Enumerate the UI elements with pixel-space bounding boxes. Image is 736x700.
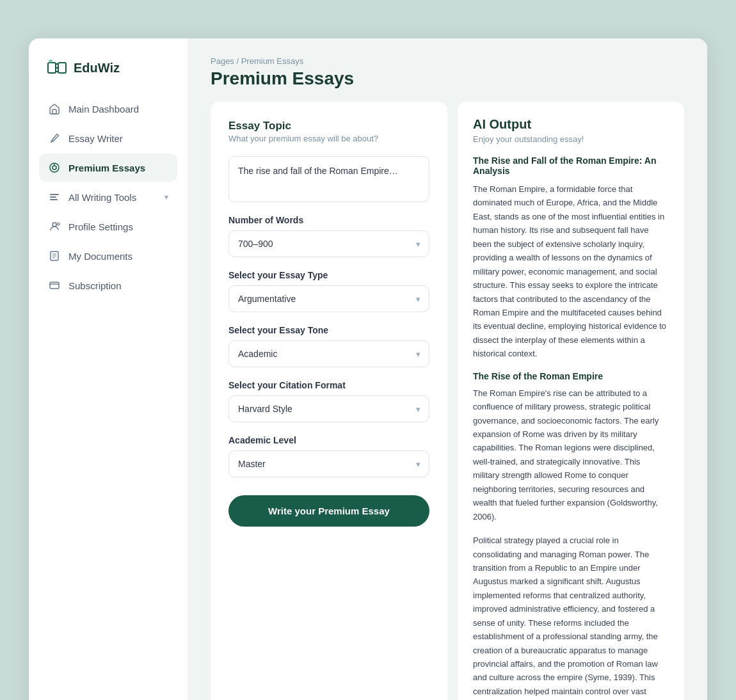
words-label: Number of Words bbox=[228, 215, 429, 225]
essay-type-select-wrapper: Argumentative Descriptive Narrative Expo… bbox=[228, 285, 429, 312]
content-area: Essay Topic What your premium essay will… bbox=[188, 102, 707, 700]
words-select-wrapper: 700–900 300–500 500–700 900–1200 1200+ ▾ bbox=[228, 230, 429, 257]
ai-section-title: The Rise of the Roman Empire bbox=[473, 371, 669, 381]
sidebar-item-my-documents[interactable]: My Documents bbox=[39, 242, 177, 270]
ai-essay-paragraph-2: The Roman Empire's rise can be attribute… bbox=[473, 386, 669, 523]
svg-rect-9 bbox=[50, 199, 58, 200]
svg-point-2 bbox=[49, 60, 52, 63]
sidebar-nav: Main Dashboard Essay Writer Premium Essa… bbox=[29, 95, 188, 700]
tone-label: Select your Essay Tone bbox=[228, 325, 429, 335]
svg-rect-8 bbox=[50, 196, 56, 198]
svg-point-5 bbox=[52, 166, 56, 170]
words-group: Number of Words 700–900 300–500 500–700 … bbox=[228, 215, 429, 257]
sidebar-item-main-dashboard[interactable]: Main Dashboard bbox=[39, 95, 177, 123]
card-icon bbox=[48, 279, 61, 292]
chevron-down-icon: ▾ bbox=[164, 193, 168, 202]
sidebar-item-label: Profile Settings bbox=[68, 221, 133, 232]
logo-icon bbox=[47, 59, 67, 77]
svg-rect-1 bbox=[58, 63, 66, 73]
sidebar-item-subscription[interactable]: Subscription bbox=[39, 271, 177, 299]
svg-rect-3 bbox=[52, 109, 56, 114]
essay-type-group: Select your Essay Type Argumentative Des… bbox=[228, 270, 429, 312]
home-icon bbox=[48, 102, 61, 115]
svg-rect-0 bbox=[48, 63, 56, 73]
tone-select[interactable]: Academic Casual Formal Creative bbox=[228, 340, 429, 367]
sidebar-item-label: My Documents bbox=[68, 251, 132, 262]
sidebar-logo: EduWiz bbox=[29, 38, 188, 95]
ai-output-subtitle: Enjoy your outstanding essay! bbox=[473, 134, 669, 144]
sidebar-item-label: Main Dashboard bbox=[68, 104, 139, 115]
ai-essay-paragraph-3: Political strategy played a crucial role… bbox=[473, 534, 669, 700]
citation-select-wrapper: Harvard Style APA MLA Chicago ▾ bbox=[228, 395, 429, 422]
sidebar: EduWiz Main Dashboard Essay Writer bbox=[29, 38, 188, 700]
citation-select[interactable]: Harvard Style APA MLA Chicago bbox=[228, 395, 429, 422]
level-select[interactable]: Master High School Undergraduate PhD bbox=[228, 450, 429, 477]
level-label: Academic Level bbox=[228, 435, 429, 445]
ai-output-panel: AI Output Enjoy your outstanding essay! … bbox=[458, 102, 684, 700]
header: Pages / Premium Essays Premium Essays bbox=[188, 38, 707, 102]
svg-rect-13 bbox=[50, 282, 59, 289]
topic-section-header: Essay Topic What your premium essay will… bbox=[228, 120, 429, 143]
tone-select-wrapper: Academic Casual Formal Creative ▾ bbox=[228, 340, 429, 367]
level-select-wrapper: Master High School Undergraduate PhD ▾ bbox=[228, 450, 429, 477]
tools-icon bbox=[48, 191, 61, 203]
level-group: Academic Level Master High School Underg… bbox=[228, 435, 429, 477]
documents-icon bbox=[48, 250, 61, 262]
sidebar-item-profile-settings[interactable]: Profile Settings bbox=[39, 212, 177, 241]
user-settings-icon bbox=[48, 220, 61, 233]
write-premium-essay-button[interactable]: Write your Premium Essay bbox=[228, 495, 429, 527]
page-title: Premium Essays bbox=[211, 68, 684, 89]
sidebar-item-label: Essay Writer bbox=[68, 133, 123, 144]
essay-topic-input[interactable] bbox=[228, 156, 429, 202]
svg-point-6 bbox=[54, 164, 55, 165]
sidebar-item-essay-writer[interactable]: Essay Writer bbox=[39, 124, 177, 152]
breadcrumb: Pages / Premium Essays bbox=[211, 56, 684, 66]
citation-label: Select your Citation Format bbox=[228, 380, 429, 390]
form-panel: Essay Topic What your premium essay will… bbox=[211, 102, 447, 700]
main-content: Pages / Premium Essays Premium Essays Es… bbox=[188, 38, 707, 700]
app-container: EduWiz Main Dashboard Essay Writer bbox=[29, 38, 707, 700]
svg-point-10 bbox=[52, 223, 56, 227]
citation-group: Select your Citation Format Harvard Styl… bbox=[228, 380, 429, 422]
essay-type-label: Select your Essay Type bbox=[228, 270, 429, 280]
sidebar-item-label: Subscription bbox=[68, 280, 122, 291]
edit-icon bbox=[48, 132, 61, 145]
ai-essay-paragraph-1: The Roman Empire, a formidable force tha… bbox=[473, 182, 669, 361]
logo-text: EduWiz bbox=[74, 61, 120, 76]
star-icon bbox=[48, 161, 61, 174]
topic-section-label: Essay Topic bbox=[228, 120, 429, 132]
words-select[interactable]: 700–900 300–500 500–700 900–1200 1200+ bbox=[228, 230, 429, 257]
svg-point-11 bbox=[57, 223, 60, 225]
sidebar-item-all-writing-tools[interactable]: All Writing Tools ▾ bbox=[39, 183, 177, 211]
topic-section-sub: What your premium essay will be about? bbox=[228, 134, 429, 143]
sidebar-item-label: All Writing Tools bbox=[68, 192, 136, 203]
sidebar-item-label: Premium Essays bbox=[68, 163, 145, 173]
ai-output-content: The Rise and Fall of the Roman Empire: A… bbox=[473, 155, 669, 700]
sidebar-item-premium-essays[interactable]: Premium Essays bbox=[39, 154, 177, 182]
ai-essay-title: The Rise and Fall of the Roman Empire: A… bbox=[473, 155, 669, 176]
svg-rect-7 bbox=[50, 194, 59, 195]
ai-output-title: AI Output bbox=[473, 117, 669, 132]
tone-group: Select your Essay Tone Academic Casual F… bbox=[228, 325, 429, 367]
essay-type-select[interactable]: Argumentative Descriptive Narrative Expo… bbox=[228, 285, 429, 312]
